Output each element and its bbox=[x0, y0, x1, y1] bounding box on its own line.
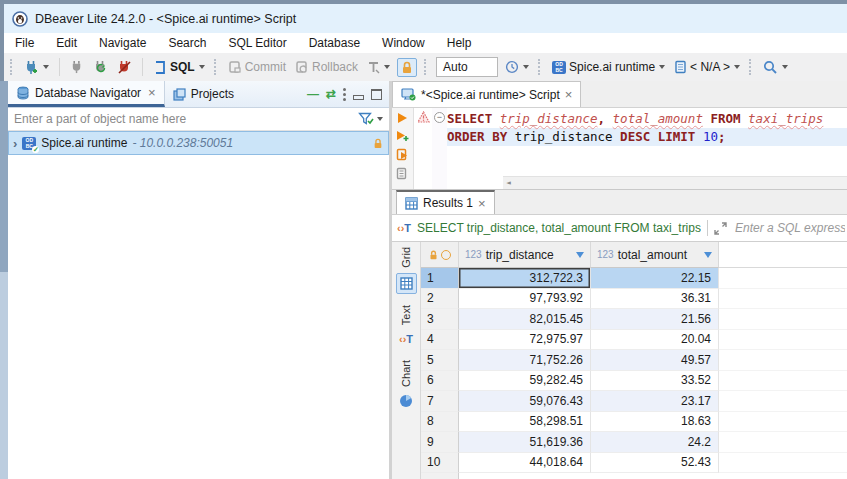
script-options-icon[interactable] bbox=[396, 167, 409, 180]
collapse-all-icon[interactable]: — bbox=[307, 87, 319, 101]
row-number-cell[interactable]: 7 bbox=[421, 391, 459, 412]
menu-help[interactable]: Help bbox=[436, 33, 483, 53]
cell-trip-distance[interactable]: 82,015.45 bbox=[459, 309, 591, 330]
cell-total-amount[interactable]: 22.15 bbox=[591, 268, 719, 289]
row-number-cell[interactable]: 9 bbox=[421, 432, 459, 453]
column-header-total-amount[interactable]: 123 total_amount bbox=[591, 242, 719, 268]
cell-trip-distance[interactable]: 59,076.43 bbox=[459, 391, 591, 412]
link-with-editor-icon[interactable]: ⇄ bbox=[326, 87, 336, 101]
cell-total-amount[interactable]: 20.04 bbox=[591, 330, 719, 351]
new-connection-button[interactable] bbox=[22, 58, 51, 77]
tab-database-navigator[interactable]: Database Navigator × bbox=[8, 81, 165, 107]
sql-line-1[interactable]: SELECT trip_distance, total_amount FROM … bbox=[447, 110, 847, 128]
cell-trip-distance[interactable]: 72,975.97 bbox=[459, 330, 591, 351]
rollback-button[interactable]: Rollback bbox=[293, 58, 360, 76]
transaction-mode-caret[interactable] bbox=[384, 65, 390, 69]
cell-total-amount[interactable]: 49.57 bbox=[591, 350, 719, 371]
menu-sql-editor[interactable]: SQL Editor bbox=[217, 33, 297, 53]
cell-trip-distance[interactable]: 58,298.51 bbox=[459, 412, 591, 433]
close-icon[interactable]: × bbox=[565, 87, 573, 102]
sort-desc-icon[interactable] bbox=[576, 252, 584, 258]
tab-chart-label[interactable]: Chart bbox=[400, 360, 412, 387]
active-database-caret[interactable] bbox=[734, 65, 740, 69]
close-icon[interactable]: × bbox=[478, 196, 486, 211]
row-number-cell[interactable]: 10 bbox=[421, 453, 459, 474]
maximize-view-icon[interactable] bbox=[371, 89, 382, 100]
menu-window[interactable]: Window bbox=[371, 33, 436, 53]
cell-total-amount[interactable]: 23.17 bbox=[591, 391, 719, 412]
search-button[interactable] bbox=[761, 58, 790, 77]
menu-search[interactable]: Search bbox=[157, 33, 217, 53]
row-number-cell[interactable]: 6 bbox=[421, 371, 459, 392]
active-database-combo[interactable]: < N/A > bbox=[672, 58, 742, 76]
filter-options-caret[interactable] bbox=[377, 117, 383, 121]
expand-filter-icon[interactable] bbox=[714, 222, 727, 235]
tab-projects[interactable]: Projects bbox=[165, 81, 242, 107]
menu-file[interactable]: File bbox=[4, 33, 45, 53]
new-sql-editor-button[interactable]: SQL bbox=[151, 58, 207, 77]
tab-sql-script[interactable]: *<Spice.ai runtime> Script × bbox=[392, 81, 581, 107]
row-number-cell[interactable]: 8 bbox=[421, 412, 459, 433]
editor-hscrollbar[interactable]: ◄ bbox=[503, 176, 847, 189]
sort-caret-icon[interactable] bbox=[704, 252, 712, 258]
cell-trip-distance[interactable]: 44,018.64 bbox=[459, 453, 591, 474]
tab-grid-label[interactable]: Grid bbox=[400, 247, 412, 268]
scroll-left-arrow-icon[interactable]: ◄ bbox=[506, 174, 511, 189]
sql-code-area[interactable]: SELECT trip_distance, total_amount FROM … bbox=[447, 108, 847, 189]
cell-total-amount[interactable]: 52.43 bbox=[591, 453, 719, 474]
sql-editor-caret[interactable] bbox=[199, 65, 205, 69]
execute-new-tab-icon[interactable] bbox=[396, 130, 409, 142]
cell-total-amount[interactable]: 21.56 bbox=[591, 309, 719, 330]
cell-trip-distance[interactable]: 71,752.26 bbox=[459, 350, 591, 371]
transaction-log-caret[interactable] bbox=[523, 65, 529, 69]
new-connection-caret[interactable] bbox=[43, 65, 49, 69]
menu-navigate[interactable]: Navigate bbox=[88, 33, 157, 53]
row-number-cell[interactable]: 2 bbox=[421, 289, 459, 310]
tab-grid[interactable] bbox=[396, 273, 417, 294]
grid-corner-cell[interactable] bbox=[421, 242, 459, 268]
row-number-cell[interactable]: 5 bbox=[421, 350, 459, 371]
disconnect-button[interactable] bbox=[115, 58, 134, 77]
cell-trip-distance[interactable]: 51,619.36 bbox=[459, 432, 591, 453]
execute-script-icon[interactable] bbox=[396, 148, 409, 161]
row-number-cell[interactable]: 4 bbox=[421, 330, 459, 351]
cell-total-amount[interactable]: 24.2 bbox=[591, 432, 719, 453]
menu-edit[interactable]: Edit bbox=[45, 33, 88, 53]
tab-results-1[interactable]: Results 1 × bbox=[396, 190, 495, 214]
cell-trip-distance[interactable]: 97,793.92 bbox=[459, 289, 591, 310]
reconnect-button[interactable] bbox=[91, 58, 110, 77]
execute-statement-icon[interactable] bbox=[397, 112, 408, 124]
tree-item-connection[interactable]: › ODBC ✓ Spice.ai runtime - 10.0.0.238:5… bbox=[8, 131, 389, 155]
active-connection-caret[interactable] bbox=[659, 65, 665, 69]
minimize-view-icon[interactable] bbox=[353, 95, 364, 100]
search-caret[interactable] bbox=[782, 65, 788, 69]
tab-text-label[interactable]: Text bbox=[400, 305, 412, 325]
custom-filter-icon[interactable]: ‹›T bbox=[397, 222, 411, 234]
object-filter-input[interactable] bbox=[8, 108, 358, 130]
sql-expression-input[interactable] bbox=[733, 220, 847, 236]
connection-lock-toggle[interactable] bbox=[397, 58, 417, 77]
active-connection-combo[interactable]: ODBC Spice.ai runtime bbox=[550, 58, 667, 76]
menu-database[interactable]: Database bbox=[298, 33, 371, 53]
tab-chart[interactable] bbox=[397, 392, 416, 411]
cell-trip-distance[interactable]: 312,722.3 bbox=[459, 268, 591, 289]
filter-funnel-icon[interactable] bbox=[358, 112, 374, 126]
column-header-trip-distance[interactable]: 123 trip_distance bbox=[459, 242, 591, 268]
row-number-cell[interactable]: 3 bbox=[421, 309, 459, 330]
transaction-mode-button[interactable] bbox=[365, 59, 392, 76]
row-number-cell[interactable]: 1 bbox=[421, 268, 459, 289]
sql-line-2[interactable]: ORDER BY trip_distance DESC LIMIT 10; bbox=[447, 128, 847, 146]
autocommit-combo[interactable]: Auto bbox=[436, 57, 498, 77]
expand-chevron-icon[interactable]: › bbox=[13, 136, 17, 151]
view-menu-icon[interactable] bbox=[343, 88, 346, 101]
cell-total-amount[interactable]: 18.63 bbox=[591, 412, 719, 433]
cell-total-amount[interactable]: 33.52 bbox=[591, 371, 719, 392]
transaction-log-button[interactable] bbox=[503, 58, 531, 76]
cell-trip-distance[interactable]: 59,282.45 bbox=[459, 371, 591, 392]
cell-total-amount[interactable]: 36.31 bbox=[591, 289, 719, 310]
commit-button[interactable]: Commit bbox=[226, 58, 288, 76]
fold-collapse-icon[interactable]: − bbox=[434, 112, 445, 123]
tab-text[interactable]: ‹›T bbox=[397, 330, 416, 349]
close-icon[interactable]: × bbox=[148, 85, 156, 100]
connect-button[interactable] bbox=[68, 58, 86, 76]
